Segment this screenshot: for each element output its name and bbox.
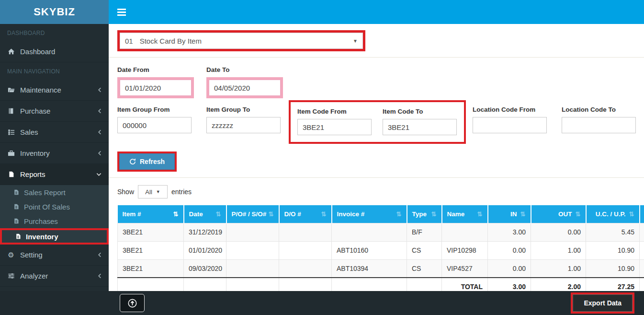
column-header-date[interactable]: Date⇅ (184, 205, 226, 223)
cell: 0.00 (488, 259, 531, 278)
cell: 1.00 (531, 259, 586, 278)
date-to-input[interactable] (209, 80, 281, 96)
reports-submenu: Sales Report Point Of Sales Purchases In… (0, 185, 109, 245)
cell: 3BE21 (118, 223, 184, 241)
date-from-annotation (117, 77, 194, 98)
table-row: 3BE21 01/01/2020 ABT10160 CS VIP10298 0.… (118, 241, 644, 259)
cell: 3BE21 (118, 259, 184, 278)
arrow-circle-up-icon (128, 299, 137, 308)
cell: CS (407, 259, 442, 278)
submenu-item-sales-report[interactable]: Sales Report (0, 185, 109, 199)
scroll-to-top-button[interactable] (120, 294, 145, 312)
refresh-label: Refresh (140, 158, 165, 165)
refresh-button[interactable]: Refresh (119, 153, 175, 170)
cell (332, 223, 407, 241)
date-from-input[interactable] (120, 80, 192, 96)
cell: 09/03/2020 (184, 259, 226, 278)
cell: 5.45 (586, 223, 640, 241)
sidebar-item-reports[interactable]: Reports (0, 164, 109, 185)
page-length-value: All (145, 188, 152, 196)
report-code: 01 (125, 37, 133, 45)
column-header-item[interactable]: Item #⇅ (118, 205, 184, 223)
cell: VIP4527 (442, 259, 488, 278)
column-header-invoice[interactable]: Invoice #⇅ (332, 205, 407, 223)
item-code-from-input[interactable] (297, 119, 372, 135)
show-label: Show (117, 188, 134, 196)
total-ucup: 27.25 (586, 278, 640, 291)
cell: VIP10298 (442, 241, 488, 259)
submenu-item-purchases[interactable]: Purchases (0, 214, 109, 228)
chevron-left-icon (98, 87, 102, 93)
submenu-item-inventory[interactable]: Inventory (0, 228, 109, 245)
chevron-down-icon (96, 173, 102, 176)
cell: ABT10394 (332, 259, 407, 278)
submenu-item-label: Inventory (26, 233, 58, 241)
sidebar-item-inventory[interactable]: Inventory (0, 143, 109, 164)
cell (279, 223, 332, 241)
refresh-annotation: Refresh (117, 152, 177, 172)
sort-icon: ⇅ (216, 210, 221, 218)
item-group-to-input[interactable] (206, 117, 281, 133)
sort-icon: ⇅ (431, 210, 437, 218)
cell (279, 241, 332, 259)
page-length-select[interactable]: All ▼ (138, 185, 168, 198)
item-group-from-label: Item Group From (117, 106, 206, 113)
column-header-clipped (640, 205, 644, 223)
brand-logo[interactable]: SKYBIZ (0, 0, 109, 24)
column-header-do[interactable]: D/O #⇅ (279, 205, 332, 223)
app-window: SKYBIZ DASHBOARD Dashboard MAIN NAVIGATI… (0, 0, 644, 315)
column-header-out[interactable]: OUT⇅ (531, 205, 586, 223)
caret-down-icon: ▼ (353, 38, 358, 44)
export-data-button[interactable]: Export Data (573, 294, 633, 312)
sidebar-item-setting[interactable]: ⚙ Setting (0, 245, 109, 266)
hamburger-menu-icon[interactable] (109, 0, 135, 24)
chevron-left-icon (98, 129, 102, 135)
sidebar-item-label: Reports (20, 170, 45, 178)
cell: B/F (407, 223, 442, 241)
date-to-annotation (206, 77, 283, 98)
footer-bar: Export Data (0, 291, 644, 315)
cell (332, 278, 407, 291)
location-code-to-input[interactable] (562, 117, 636, 133)
cell: 01/01/2020 (184, 241, 226, 259)
sidebar-item-analyzer[interactable]: Analyzer (0, 266, 109, 287)
briefcase-icon (7, 150, 15, 157)
cell: 3BE21 (118, 241, 184, 259)
location-code-to-label: Location Code To (562, 106, 644, 113)
sidebar-item-purchase[interactable]: Purchase (0, 101, 109, 122)
sliders-icon (7, 272, 15, 280)
column-header-name[interactable]: Name⇅ (442, 205, 488, 223)
sort-icon: ⇅ (520, 210, 526, 218)
table-header-row: Item #⇅ Date⇅ P/O# / S/O#⇅ D/O #⇅ Invoic… (118, 205, 644, 223)
column-header-in[interactable]: IN⇅ (488, 205, 531, 223)
cell (407, 278, 442, 291)
column-header-type[interactable]: Type⇅ (407, 205, 442, 223)
sidebar-item-maintenance[interactable]: Maintenance (0, 80, 109, 101)
cell: ABT10160 (332, 241, 407, 259)
sort-icon: ⇅ (173, 210, 179, 218)
submenu-item-label: Sales Report (24, 188, 66, 197)
column-header-ucup[interactable]: U.C. / U.P.⇅ (586, 205, 640, 223)
chevron-left-icon (98, 273, 102, 279)
sidebar-item-sales[interactable]: Sales (0, 122, 109, 143)
item-code-to-input[interactable] (383, 119, 457, 135)
cell (226, 278, 279, 291)
column-header-po-so[interactable]: P/O# / S/O#⇅ (226, 205, 279, 223)
caret-down-icon: ▼ (156, 189, 160, 194)
refresh-icon (129, 158, 136, 165)
cell: CS (407, 241, 442, 259)
submenu-item-point-of-sales[interactable]: Point Of Sales (0, 199, 109, 214)
chevron-left-icon (98, 108, 102, 114)
item-group-from-input[interactable] (117, 117, 192, 133)
sidebar-item-dashboard[interactable]: Dashboard (0, 41, 109, 62)
date-to-label: Date To (206, 66, 295, 73)
cell (184, 278, 226, 291)
report-type-select[interactable]: 01 Stock Card By Item ▼ (120, 33, 363, 49)
table-row: 3BE21 09/03/2020 ABT10394 CS VIP4527 0.0… (118, 259, 644, 278)
sidebar-item-label: Sales (20, 128, 38, 136)
cell: 1.00 (531, 241, 586, 259)
file-icon (7, 171, 15, 178)
file-text-icon (13, 189, 19, 196)
cell-clipped (640, 223, 644, 241)
location-code-from-input[interactable] (473, 117, 547, 133)
